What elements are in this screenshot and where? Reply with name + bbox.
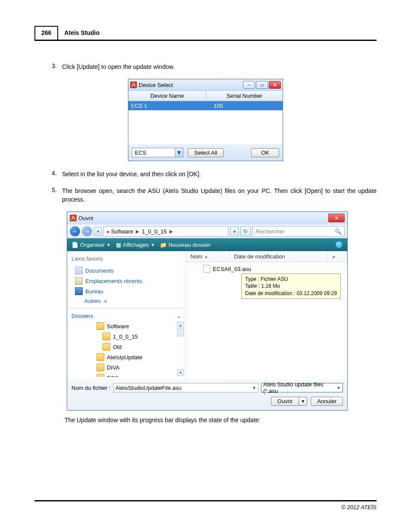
forward-button[interactable]: → (82, 226, 92, 236)
folder-icon (97, 364, 104, 371)
device-type-select[interactable]: ECS ▼ (132, 148, 184, 157)
file-icon (203, 265, 210, 273)
file-name: ECSAII_03.asu (213, 266, 251, 272)
breadcrumb-item[interactable]: « Software (106, 228, 133, 235)
filetype-value: Ateis Studio update files (*.asu (263, 381, 336, 394)
select-all-button[interactable]: Select All (188, 148, 224, 157)
file-list-header: Nom▲ Date de modification » (186, 251, 347, 262)
path-dropdown[interactable]: ▾ (230, 226, 239, 236)
step-3: 3. Click [Update] to open the update win… (52, 62, 377, 71)
chevron-right-icon: ▶ (169, 229, 173, 234)
navigation-bar: ← → ▾ « Software ▶ 1_0_0_15 ▶ ▾ ↻ Recher… (67, 224, 347, 238)
maximize-button[interactable]: ▭ (256, 81, 268, 89)
folder-icon (97, 374, 104, 377)
open-file-dialog: Ouvrir ✕ ← → ▾ « Software ▶ 1_0_0_15 ▶ ▾… (67, 212, 348, 411)
tree-item-ecs[interactable]: ECS (97, 373, 186, 377)
more-columns-button[interactable]: » (328, 251, 347, 262)
page-footer: © 2012 ATEÏS (34, 500, 377, 510)
history-dropdown[interactable]: ▾ (94, 227, 102, 236)
step-number: 4. (52, 170, 62, 178)
step-number: 5. (52, 187, 62, 204)
chevron-down-icon: ▼ (252, 386, 256, 390)
cell-serial: 105 (211, 101, 283, 110)
folder-icon: 📁 (160, 242, 167, 248)
ok-button[interactable]: OK (251, 148, 279, 157)
toolbar: 📄 Organiser ▼ ▦ Affichages ▼ 📁 Nouveau d… (67, 238, 347, 251)
open-button[interactable]: Ouvrir ▼ (271, 397, 307, 406)
filename-value: AteisStudioUpdateFile.asu (115, 385, 181, 391)
breadcrumb[interactable]: « Software ▶ 1_0_0_15 ▶ (103, 226, 228, 236)
app-icon (70, 215, 77, 221)
views-button[interactable]: ▦ Affichages ▼ (116, 242, 155, 248)
breadcrumb-item[interactable]: 1_0_0_15 (142, 228, 167, 235)
file-tooltip: Type : Fichier ASU Taille : 1.16 Mo Date… (241, 274, 341, 299)
scroll-down-button[interactable]: ▾ (177, 369, 184, 376)
scroll-up-button[interactable]: ▴ (177, 322, 184, 329)
file-list-pane: Nom▲ Date de modification » ECSAII_03.as… (186, 251, 347, 380)
table-row[interactable]: ECS 1 105 (128, 101, 283, 110)
organise-button[interactable]: 📄 Organiser ▼ (72, 242, 111, 248)
fav-recents[interactable]: Emplacements récents (67, 276, 186, 286)
col-device-name[interactable]: Device Name (128, 91, 206, 101)
dialog-footer: Nom du fichier : AteisStudioUpdateFile.a… (67, 380, 347, 410)
tree-item-old[interactable]: Old (97, 342, 186, 352)
after-text: The Update window with its progress bar … (65, 417, 377, 423)
new-folder-button[interactable]: 📁 Nouveau dossier (160, 242, 211, 248)
fav-others[interactable]: Autres» (67, 296, 186, 305)
close-button[interactable]: ✕ (269, 81, 281, 89)
tree-item-diva[interactable]: DIVA (97, 362, 186, 373)
chevron-down-icon[interactable]: ▼ (299, 397, 307, 406)
dialog-title: Ouvrir (78, 215, 93, 221)
back-button[interactable]: ← (70, 226, 80, 236)
fav-documents[interactable]: Documents (67, 265, 186, 276)
col-date[interactable]: Date de modification (230, 251, 328, 262)
recent-icon (75, 277, 83, 285)
col-serial-number[interactable]: Serial Number (206, 91, 283, 101)
step-number: 3. (52, 62, 62, 71)
chevron-down-icon[interactable]: ⌄ (177, 313, 181, 319)
col-name[interactable]: Nom▲ (186, 251, 230, 262)
sort-asc-icon: ▲ (204, 254, 208, 259)
chevron-right-icon: ▶ (136, 229, 139, 234)
organise-icon: 📄 (72, 242, 78, 248)
chevron-down-icon: ▼ (175, 148, 183, 157)
chevron-right-icon: » (104, 298, 107, 304)
folder-tree[interactable]: Software 1_0_0_15 Old AteïsIpUpdate DIVA… (67, 321, 186, 377)
open-button-label: Ouvrir (271, 397, 299, 406)
folders-header[interactable]: Dossiers (72, 313, 93, 319)
folder-icon (103, 343, 110, 351)
step-4: 4. Select in the list your device, and t… (52, 170, 377, 178)
tree-item-software[interactable]: Software (97, 321, 186, 331)
scroll-thumb[interactable] (177, 330, 184, 336)
folder-icon (103, 333, 110, 340)
tree-item-update[interactable]: AteïsIpUpdate (97, 352, 186, 362)
views-icon: ▦ (116, 242, 121, 248)
device-select-window: Device Select ─ ▭ ✕ Device Name Serial N… (128, 79, 283, 161)
left-pane: Liens favoris Documents Emplacements réc… (67, 251, 186, 380)
fav-desktop[interactable]: Bureau (67, 286, 186, 296)
header-title: Ateis Studio (58, 26, 106, 40)
minimize-button[interactable]: ─ (243, 81, 255, 89)
search-input[interactable]: Rechercher 🔍 (252, 226, 345, 236)
combo-value: ECS (132, 149, 149, 156)
help-button[interactable] (335, 241, 343, 249)
cancel-button[interactable]: Annuler (311, 397, 343, 406)
close-button[interactable]: ✕ (328, 214, 345, 222)
step-5: 5. The browser open, search the ASU (Ate… (52, 187, 377, 204)
device-list[interactable]: ECS 1 105 (128, 101, 283, 144)
folder-icon (97, 322, 104, 330)
window-footer: ECS ▼ Select All OK (128, 144, 283, 161)
document-icon (75, 267, 83, 274)
tooltip-type: Type : Fichier ASU (245, 276, 337, 283)
tooltip-size: Taille : 1.16 Mo (245, 283, 337, 289)
step-text: Select in the list your device, and then… (62, 170, 377, 178)
filetype-select[interactable]: Ateis Studio update files (*.asu ▼ (261, 383, 343, 392)
tree-item-version[interactable]: 1_0_0_15 (97, 331, 186, 342)
app-icon (130, 81, 137, 88)
dialog-titlebar[interactable]: Ouvrir ✕ (67, 212, 347, 224)
desktop-icon (75, 287, 83, 295)
window-title: Device Select (139, 82, 173, 88)
refresh-button[interactable]: ↻ (240, 226, 251, 236)
filename-input[interactable]: AteisStudioUpdateFile.asu ▼ (113, 383, 258, 392)
window-titlebar[interactable]: Device Select ─ ▭ ✕ (128, 79, 283, 90)
